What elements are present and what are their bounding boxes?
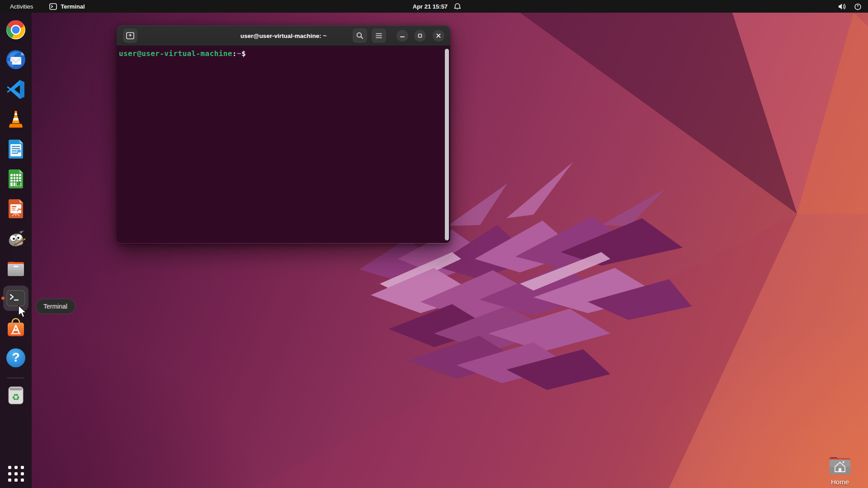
dock-item-help[interactable]: ? [3,345,28,371]
trash-icon: ♻ [7,385,25,405]
svg-text:♻: ♻ [12,392,20,403]
minimize-button[interactable] [396,30,408,42]
shell-prompt: user@user-virtual-machine:~$ [119,49,450,58]
dock-divider [7,378,24,378]
dock-item-files[interactable] [3,256,28,281]
ubuntu-software-icon [6,318,26,338]
home-folder-label: Home [831,478,849,486]
mouse-cursor [17,305,29,319]
prompt-colon: : [232,49,237,58]
help-icon: ? [5,347,26,368]
terminal-window[interactable]: user@user-virtual-machine: ~ [117,25,450,244]
svg-text:?: ? [12,350,19,364]
vlc-icon [5,109,26,130]
maximize-icon [417,33,423,38]
close-button[interactable] [433,30,444,42]
volume-icon [838,3,847,10]
new-tab-icon [126,32,134,39]
search-button[interactable] [353,28,367,43]
terminal-app-icon [49,3,57,10]
new-tab-button[interactable] [123,28,137,43]
writer-icon [6,139,26,160]
calc-icon [6,169,26,189]
activities-button[interactable]: Activities [10,3,33,10]
impress-icon [6,198,26,219]
dock-item-libreoffice-writer[interactable] [3,136,28,162]
dock-item-chrome[interactable] [3,17,28,42]
files-icon [6,259,26,278]
top-bar: Activities Terminal Apr 21 15:57 [0,0,868,13]
home-folder-shortcut[interactable]: Home [826,455,854,486]
menu-button[interactable] [372,28,386,43]
chrome-icon [5,19,26,40]
power-icon [854,3,862,10]
focused-app-menu[interactable]: Terminal [49,3,85,10]
clock-menu[interactable]: Apr 21 15:57 [413,0,461,13]
hamburger-menu-icon [375,33,382,39]
home-folder-icon [828,455,852,475]
search-icon [356,32,363,39]
terminal-content[interactable]: user@user-virtual-machine:~$ [117,46,450,243]
terminal-titlebar[interactable]: user@user-virtual-machine: ~ [117,25,450,46]
dock-item-libreoffice-impress[interactable] [3,196,28,221]
prompt-user-host: user@user-virtual-machine [119,49,232,58]
vscode-icon [6,79,26,100]
focused-app-label: Terminal [61,3,85,10]
system-status-area[interactable] [838,0,863,13]
dock: ? ♻ [0,13,32,488]
dock-item-ubuntu-software[interactable] [3,315,28,341]
dock-item-vscode[interactable] [3,77,28,102]
terminal-icon [6,290,25,306]
minimize-icon [400,33,405,38]
clock-label: Apr 21 15:57 [413,3,448,10]
prompt-path: ~ [237,49,241,58]
dock-item-trash[interactable]: ♻ [3,383,28,408]
prompt-dollar: $ [241,49,246,58]
dock-item-vlc[interactable] [3,107,28,132]
show-applications-button[interactable] [7,465,25,483]
window-title: user@user-virtual-machine: ~ [241,32,327,39]
dock-item-thunderbird[interactable] [3,47,28,72]
notification-bell-icon [454,3,461,10]
dock-item-libreoffice-calc[interactable] [3,166,28,192]
gimp-icon [5,229,26,249]
close-icon [436,33,441,38]
dock-tooltip: Terminal [35,299,75,314]
dock-item-gimp[interactable] [3,226,28,251]
thunderbird-icon [5,49,26,70]
terminal-scrollbar[interactable] [445,49,449,240]
maximize-button[interactable] [414,30,426,42]
